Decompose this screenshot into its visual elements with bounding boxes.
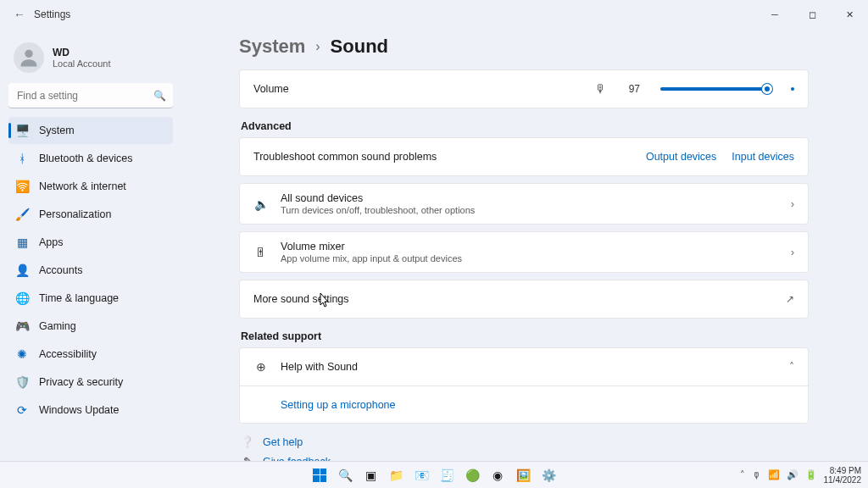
nav-label: Network & internet: [39, 180, 126, 192]
volume-mixer-sub: App volume mix, app input & output devic…: [281, 253, 791, 263]
close-button[interactable]: ✕: [831, 0, 868, 29]
sidebar: WD Local Account 🔍 🖥️SystemᚼBluetooth & …: [0, 29, 180, 461]
photos-icon[interactable]: 🖼️: [513, 465, 533, 485]
search-icon: 🔍: [153, 90, 166, 102]
microphone-icon[interactable]: 🎙: [595, 82, 607, 96]
chrome-icon[interactable]: ◉: [487, 465, 508, 485]
taskbar-center: 🔍 ▣ 📁 📧 🧾 🟢 ◉ 🖼️ ⚙️: [309, 465, 559, 485]
windows-logo-icon: [313, 469, 326, 482]
nav-label: Apps: [39, 236, 64, 248]
task-view-icon[interactable]: ▣: [360, 465, 381, 485]
settings-icon[interactable]: ⚙️: [538, 465, 559, 485]
mixer-icon: 🎚: [253, 246, 269, 259]
sidebar-item-system[interactable]: 🖥️System: [8, 117, 173, 144]
all-sound-devices-title: All sound devices: [281, 192, 791, 204]
window-title: Settings: [34, 8, 70, 20]
main-content: System › Sound Volume 🎙 97: [180, 29, 868, 461]
section-advanced: Advanced: [241, 120, 809, 132]
nav-icon: ᚼ: [15, 152, 29, 165]
taskbar-clock[interactable]: 8:49 PM 11/4/2022: [824, 466, 862, 485]
minimize-button[interactable]: ─: [756, 0, 793, 29]
nav-icon: 👤: [15, 263, 29, 277]
search-input[interactable]: [8, 83, 173, 108]
nav-label: Accessibility: [39, 348, 97, 360]
sidebar-item-privacy-security[interactable]: 🛡️Privacy & security: [8, 369, 173, 396]
tray-volume-icon[interactable]: 🔊: [787, 469, 798, 480]
all-sound-devices-card[interactable]: 🔈 All sound devices Turn devices on/off,…: [239, 183, 809, 225]
tray-battery-icon[interactable]: 🔋: [805, 469, 817, 480]
sidebar-item-gaming[interactable]: 🎮Gaming: [8, 313, 173, 340]
nav-icon: 🛡️: [15, 375, 29, 389]
chevron-right-icon: ›: [791, 198, 794, 210]
nav-label: Privacy & security: [39, 376, 123, 388]
tray-wifi-icon[interactable]: 📶: [768, 469, 780, 480]
nav-label: System: [39, 125, 75, 136]
output-devices-link[interactable]: Output devices: [646, 151, 716, 163]
mail-icon[interactable]: 📧: [411, 465, 431, 485]
mic-setup-link[interactable]: Setting up a microphone: [281, 399, 794, 411]
open-external-icon: ↗: [786, 293, 794, 305]
volume-label: Volume: [253, 83, 595, 95]
troubleshoot-card: Troubleshoot common sound problems Outpu…: [239, 137, 809, 176]
slider-end-dot: [791, 87, 794, 91]
sidebar-item-bluetooth-devices[interactable]: ᚼBluetooth & devices: [8, 145, 173, 172]
help-with-sound-title: Help with Sound: [281, 361, 789, 373]
volume-mixer-title: Volume mixer: [281, 241, 791, 252]
help-with-sound-row[interactable]: ⊕ Help with Sound ˄: [240, 348, 808, 385]
nav-icon: 🖥️: [15, 124, 29, 137]
chevron-right-icon: ›: [791, 247, 794, 258]
help-icon: ❔: [241, 435, 254, 448]
nav-label: Personalization: [39, 208, 111, 220]
nav-label: Gaming: [39, 320, 76, 332]
start-button[interactable]: [309, 465, 330, 485]
breadcrumb-current: Sound: [331, 36, 388, 58]
mic-setup-row[interactable]: Setting up a microphone: [240, 385, 808, 423]
chevron-right-icon: ›: [315, 39, 320, 54]
sidebar-item-windows-update[interactable]: ⟳Windows Update: [8, 396, 173, 424]
globe-icon: ⊕: [253, 360, 269, 374]
sidebar-item-accounts[interactable]: 👤Accounts: [8, 257, 173, 284]
footer-links: ❔ Get help ✎ Give feedback: [239, 432, 809, 461]
sidebar-item-personalization[interactable]: 🖌️Personalization: [8, 201, 173, 228]
taskbar-search-icon[interactable]: 🔍: [335, 465, 355, 485]
taskbar: 🔍 ▣ 📁 📧 🧾 🟢 ◉ 🖼️ ⚙️ ˄ 🎙 📶 🔊 🔋 8:49 PM 11…: [0, 461, 868, 488]
user-subtitle: Local Account: [53, 58, 111, 69]
tray-chevron-icon[interactable]: ˄: [740, 469, 745, 480]
more-sound-settings-title: More sound settings: [253, 293, 786, 305]
tray-mic-icon[interactable]: 🎙: [752, 470, 761, 480]
user-card[interactable]: WD Local Account: [8, 34, 173, 83]
volume-card: Volume 🎙 97: [239, 69, 809, 108]
nav-icon: ⟳: [15, 403, 29, 417]
give-feedback-link[interactable]: ✎ Give feedback: [239, 452, 809, 461]
breadcrumb-parent[interactable]: System: [239, 36, 305, 58]
avatar-icon: [14, 42, 44, 73]
sidebar-item-apps[interactable]: ▦Apps: [8, 229, 173, 256]
nav-icon: 🖌️: [15, 208, 29, 221]
titlebar: ← Settings ─ ◻ ✕: [0, 0, 868, 29]
file-explorer-icon[interactable]: 📁: [386, 465, 406, 485]
nav-label: Accounts: [39, 264, 82, 276]
volume-slider[interactable]: [660, 87, 771, 91]
nav-icon: ✺: [15, 347, 29, 361]
system-tray[interactable]: ˄ 🎙 📶 🔊 🔋 8:49 PM 11/4/2022: [740, 466, 862, 485]
sidebar-item-network-internet[interactable]: 🛜Network & internet: [8, 173, 173, 200]
more-sound-settings-card[interactable]: More sound settings ↗: [239, 280, 809, 319]
maximize-button[interactable]: ◻: [793, 0, 831, 29]
sidebar-item-time-language[interactable]: 🌐Time & language: [8, 285, 173, 312]
user-name: WD: [53, 47, 111, 58]
volume-value: 97: [629, 83, 640, 95]
search-field[interactable]: 🔍: [8, 83, 173, 108]
svg-point-0: [25, 50, 32, 58]
section-related: Related support: [241, 330, 809, 342]
help-with-sound-card: ⊕ Help with Sound ˄ Setting up a microph…: [239, 347, 809, 424]
back-button[interactable]: ←: [7, 8, 32, 21]
store-icon[interactable]: 🧾: [437, 465, 457, 485]
feedback-icon: ✎: [241, 455, 254, 461]
edge-icon[interactable]: 🟢: [462, 465, 482, 485]
volume-mixer-card[interactable]: 🎚 Volume mixer App volume mix, app input…: [239, 231, 809, 273]
input-devices-link[interactable]: Input devices: [732, 151, 794, 163]
sidebar-item-accessibility[interactable]: ✺Accessibility: [8, 341, 173, 368]
get-help-link[interactable]: ❔ Get help: [239, 432, 809, 452]
nav-label: Windows Update: [39, 404, 120, 416]
breadcrumb: System › Sound: [239, 36, 809, 58]
